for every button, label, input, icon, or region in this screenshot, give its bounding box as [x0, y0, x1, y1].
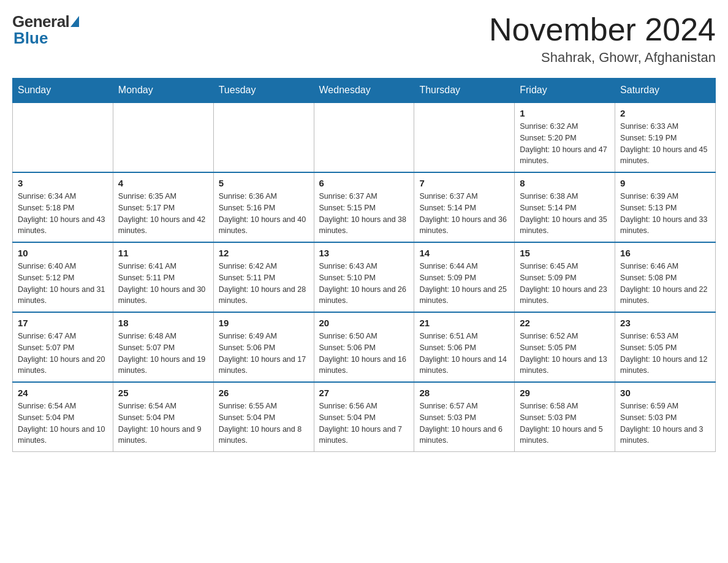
day-number: 11	[118, 248, 208, 258]
calendar-cell	[213, 102, 314, 172]
logo-triangle-icon	[70, 16, 79, 27]
calendar-cell: 7Sunrise: 6:37 AMSunset: 5:14 PMDaylight…	[414, 172, 515, 242]
calendar-cell: 23Sunrise: 6:53 AMSunset: 5:05 PMDayligh…	[615, 312, 716, 382]
day-number: 27	[319, 388, 409, 398]
day-number: 20	[319, 318, 409, 328]
calendar-cell: 27Sunrise: 6:56 AMSunset: 5:04 PMDayligh…	[314, 382, 414, 452]
day-info: Sunrise: 6:59 AMSunset: 5:03 PMDaylight:…	[620, 400, 710, 446]
calendar-cell: 9Sunrise: 6:39 AMSunset: 5:13 PMDaylight…	[615, 172, 716, 242]
day-info: Sunrise: 6:45 AMSunset: 5:09 PMDaylight:…	[520, 261, 610, 307]
calendar-cell: 29Sunrise: 6:58 AMSunset: 5:03 PMDayligh…	[515, 382, 615, 452]
day-info: Sunrise: 6:54 AMSunset: 5:04 PMDaylight:…	[118, 400, 208, 446]
weekday-header-tuesday: Tuesday	[213, 79, 314, 103]
calendar-cell: 16Sunrise: 6:46 AMSunset: 5:08 PMDayligh…	[615, 242, 716, 312]
title-block: November 2024 Shahrak, Ghowr, Afghanista…	[489, 12, 716, 66]
calendar-cell: 28Sunrise: 6:57 AMSunset: 5:03 PMDayligh…	[414, 382, 515, 452]
calendar-cell: 10Sunrise: 6:40 AMSunset: 5:12 PMDayligh…	[13, 242, 113, 312]
calendar-cell: 6Sunrise: 6:37 AMSunset: 5:15 PMDaylight…	[314, 172, 414, 242]
day-info: Sunrise: 6:39 AMSunset: 5:13 PMDaylight:…	[620, 191, 710, 237]
calendar-cell	[314, 102, 414, 172]
page-header: General Blue November 2024 Shahrak, Ghow…	[12, 12, 716, 66]
day-info: Sunrise: 6:56 AMSunset: 5:04 PMDaylight:…	[319, 400, 409, 446]
calendar-cell	[113, 102, 213, 172]
weekday-header-sunday: Sunday	[13, 79, 113, 103]
day-number: 23	[620, 318, 710, 328]
month-year-title: November 2024	[489, 12, 716, 47]
day-info: Sunrise: 6:49 AMSunset: 5:06 PMDaylight:…	[219, 331, 309, 377]
calendar-week-3: 10Sunrise: 6:40 AMSunset: 5:12 PMDayligh…	[13, 242, 716, 312]
day-info: Sunrise: 6:54 AMSunset: 5:04 PMDaylight:…	[18, 400, 108, 446]
calendar-cell: 30Sunrise: 6:59 AMSunset: 5:03 PMDayligh…	[615, 382, 716, 452]
day-info: Sunrise: 6:35 AMSunset: 5:17 PMDaylight:…	[118, 191, 208, 237]
calendar-cell: 3Sunrise: 6:34 AMSunset: 5:18 PMDaylight…	[13, 172, 113, 242]
day-info: Sunrise: 6:51 AMSunset: 5:06 PMDaylight:…	[419, 331, 509, 377]
day-info: Sunrise: 6:32 AMSunset: 5:20 PMDaylight:…	[520, 121, 610, 167]
day-info: Sunrise: 6:46 AMSunset: 5:08 PMDaylight:…	[620, 261, 710, 307]
calendar-cell: 17Sunrise: 6:47 AMSunset: 5:07 PMDayligh…	[13, 312, 113, 382]
calendar-week-5: 24Sunrise: 6:54 AMSunset: 5:04 PMDayligh…	[13, 382, 716, 452]
calendar-cell: 2Sunrise: 6:33 AMSunset: 5:19 PMDaylight…	[615, 102, 716, 172]
day-info: Sunrise: 6:37 AMSunset: 5:15 PMDaylight:…	[319, 191, 409, 237]
day-info: Sunrise: 6:58 AMSunset: 5:03 PMDaylight:…	[520, 400, 610, 446]
day-number: 6	[319, 178, 409, 188]
calendar-cell: 25Sunrise: 6:54 AMSunset: 5:04 PMDayligh…	[113, 382, 213, 452]
calendar-cell: 1Sunrise: 6:32 AMSunset: 5:20 PMDaylight…	[515, 102, 615, 172]
calendar-cell: 8Sunrise: 6:38 AMSunset: 5:14 PMDaylight…	[515, 172, 615, 242]
weekday-header-monday: Monday	[113, 79, 213, 103]
day-number: 18	[118, 318, 208, 328]
day-number: 29	[520, 388, 610, 398]
day-number: 30	[620, 388, 710, 398]
calendar-cell	[414, 102, 515, 172]
calendar-cell: 19Sunrise: 6:49 AMSunset: 5:06 PMDayligh…	[213, 312, 314, 382]
calendar-week-4: 17Sunrise: 6:47 AMSunset: 5:07 PMDayligh…	[13, 312, 716, 382]
calendar-cell: 5Sunrise: 6:36 AMSunset: 5:16 PMDaylight…	[213, 172, 314, 242]
day-number: 13	[319, 248, 409, 258]
day-info: Sunrise: 6:52 AMSunset: 5:05 PMDaylight:…	[520, 331, 610, 377]
day-info: Sunrise: 6:36 AMSunset: 5:16 PMDaylight:…	[219, 191, 309, 237]
day-number: 17	[18, 318, 108, 328]
day-info: Sunrise: 6:38 AMSunset: 5:14 PMDaylight:…	[520, 191, 610, 237]
day-number: 25	[118, 388, 208, 398]
day-number: 24	[18, 388, 108, 398]
day-number: 15	[520, 248, 610, 258]
calendar-cell: 14Sunrise: 6:44 AMSunset: 5:09 PMDayligh…	[414, 242, 515, 312]
calendar-cell: 22Sunrise: 6:52 AMSunset: 5:05 PMDayligh…	[515, 312, 615, 382]
calendar-cell: 24Sunrise: 6:54 AMSunset: 5:04 PMDayligh…	[13, 382, 113, 452]
calendar-cell: 26Sunrise: 6:55 AMSunset: 5:04 PMDayligh…	[213, 382, 314, 452]
day-info: Sunrise: 6:47 AMSunset: 5:07 PMDaylight:…	[18, 331, 108, 377]
day-number: 8	[520, 178, 610, 188]
calendar-cell: 20Sunrise: 6:50 AMSunset: 5:06 PMDayligh…	[314, 312, 414, 382]
day-number: 21	[419, 318, 509, 328]
day-info: Sunrise: 6:43 AMSunset: 5:10 PMDaylight:…	[319, 261, 409, 307]
day-info: Sunrise: 6:55 AMSunset: 5:04 PMDaylight:…	[219, 400, 309, 446]
calendar-cell: 4Sunrise: 6:35 AMSunset: 5:17 PMDaylight…	[113, 172, 213, 242]
day-number: 4	[118, 178, 208, 188]
calendar-cell: 13Sunrise: 6:43 AMSunset: 5:10 PMDayligh…	[314, 242, 414, 312]
weekday-header-saturday: Saturday	[615, 79, 716, 103]
day-number: 26	[219, 388, 309, 398]
day-info: Sunrise: 6:48 AMSunset: 5:07 PMDaylight:…	[118, 331, 208, 377]
day-info: Sunrise: 6:34 AMSunset: 5:18 PMDaylight:…	[18, 191, 108, 237]
day-info: Sunrise: 6:33 AMSunset: 5:19 PMDaylight:…	[620, 121, 710, 167]
day-number: 2	[620, 108, 710, 118]
calendar-week-1: 1Sunrise: 6:32 AMSunset: 5:20 PMDaylight…	[13, 102, 716, 172]
day-number: 1	[520, 108, 610, 118]
calendar-cell: 18Sunrise: 6:48 AMSunset: 5:07 PMDayligh…	[113, 312, 213, 382]
calendar-cell: 15Sunrise: 6:45 AMSunset: 5:09 PMDayligh…	[515, 242, 615, 312]
weekday-header-friday: Friday	[515, 79, 615, 103]
day-info: Sunrise: 6:57 AMSunset: 5:03 PMDaylight:…	[419, 400, 509, 446]
day-info: Sunrise: 6:41 AMSunset: 5:11 PMDaylight:…	[118, 261, 208, 307]
location-text: Shahrak, Ghowr, Afghanistan	[489, 50, 716, 66]
day-number: 3	[18, 178, 108, 188]
day-number: 22	[520, 318, 610, 328]
day-number: 5	[219, 178, 309, 188]
day-number: 28	[419, 388, 509, 398]
logo: General Blue	[12, 12, 79, 48]
day-number: 10	[18, 248, 108, 258]
day-number: 16	[620, 248, 710, 258]
day-info: Sunrise: 6:53 AMSunset: 5:05 PMDaylight:…	[620, 331, 710, 377]
calendar-cell: 11Sunrise: 6:41 AMSunset: 5:11 PMDayligh…	[113, 242, 213, 312]
logo-blue-text: Blue	[13, 29, 48, 48]
day-info: Sunrise: 6:42 AMSunset: 5:11 PMDaylight:…	[219, 261, 309, 307]
day-number: 14	[419, 248, 509, 258]
